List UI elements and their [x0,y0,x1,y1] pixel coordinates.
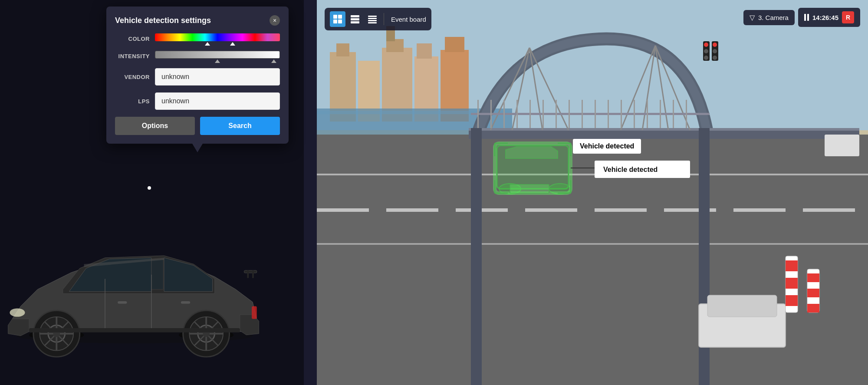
svg-rect-133 [351,21,359,23]
svg-rect-87 [634,100,635,128]
svg-rect-57 [733,208,786,212]
svg-rect-128 [338,15,342,19]
rec-badge: R [842,11,854,23]
camera-panel: Vehicle detected [317,0,868,385]
svg-text:Vehicle detected: Vehicle detected [603,166,658,173]
pause-bar-1 [804,14,806,21]
vendor-input[interactable] [155,68,280,86]
intensity-bar [155,51,280,59]
svg-rect-36 [29,328,240,332]
svg-rect-79 [529,100,531,128]
rows-icon [368,14,377,24]
svg-rect-131 [351,15,359,17]
svg-point-121 [704,49,708,53]
toolbar-grid-btn[interactable] [330,11,345,27]
svg-point-124 [713,43,717,47]
svg-rect-45 [417,43,432,59]
svg-rect-135 [368,18,377,19]
svg-rect-39 [336,43,349,56]
svg-rect-81 [556,100,557,128]
camera-info: ▽ 3. Camera 14:26:45 R [743,8,860,27]
color-marker-left[interactable] [205,42,210,46]
svg-rect-115 [807,273,819,282]
svg-rect-117 [807,304,819,313]
camera-toolbar: Event board [325,8,431,30]
svg-rect-113 [786,295,798,306]
toolbar-rows-btn[interactable] [365,11,380,27]
svg-rect-47 [445,37,464,52]
dialog-arrow [192,144,203,152]
camera-name-badge: ▽ 3. Camera [743,10,795,25]
svg-rect-63 [469,128,859,131]
svg-rect-130 [338,20,342,23]
intensity-slider[interactable] [155,51,280,61]
svg-rect-60 [317,243,868,245]
camera-name: 3. Camera [758,14,789,21]
toolbar-list-btn[interactable] [347,11,363,27]
intensity-marker-right[interactable] [271,59,276,63]
svg-rect-76 [490,100,492,128]
pause-icon[interactable] [804,14,809,21]
svg-rect-52 [386,208,438,212]
svg-rect-109 [707,295,777,317]
svg-rect-91 [686,100,687,128]
pause-bar-2 [807,14,809,21]
color-label: COLOR [115,36,150,42]
svg-point-125 [713,49,717,53]
svg-rect-116 [807,289,819,297]
svg-rect-89 [660,100,661,128]
svg-rect-137 [368,22,377,23]
camera-scene: Vehicle detected [317,0,868,385]
svg-rect-51 [317,208,369,212]
car-illustration [0,203,282,368]
svg-rect-58 [803,208,855,212]
color-marker-right[interactable] [230,42,235,46]
dialog-title: Vehicle detection settings [115,16,211,25]
close-button[interactable]: × [270,15,280,26]
svg-rect-132 [351,18,359,20]
vehicle-detection-dialog: Vehicle detection settings × COLOR INTEN… [106,7,289,144]
intensity-marker-left[interactable] [215,59,220,63]
svg-rect-86 [621,100,622,128]
svg-rect-77 [503,100,505,128]
svg-rect-33 [244,270,257,273]
svg-rect-90 [673,100,674,128]
svg-rect-82 [569,100,570,128]
filter-icon: ▽ [750,13,755,22]
time-badge: 14:26:45 R [798,8,860,27]
svg-rect-6 [252,306,257,319]
timestamp: 14:26:45 [812,14,838,21]
svg-rect-78 [516,100,518,128]
svg-rect-55 [595,208,647,212]
grid-icon [333,14,342,24]
svg-rect-75 [477,100,479,128]
svg-rect-64 [471,128,482,385]
search-button[interactable]: Search [200,117,280,135]
svg-rect-83 [582,100,583,128]
svg-point-122 [704,56,708,60]
svg-rect-80 [542,100,544,128]
svg-rect-127 [333,15,337,19]
color-row: COLOR [115,33,280,44]
intensity-label: INTENSITY [115,53,150,59]
svg-rect-136 [368,20,377,21]
svg-rect-54 [525,208,577,212]
svg-rect-118 [825,135,859,156]
event-board-label: Event board [391,16,426,23]
svg-rect-129 [333,20,337,23]
svg-rect-85 [608,100,609,128]
list-icon [350,14,360,24]
vendor-label: VENDOR [115,74,150,80]
dialog-header: Vehicle detection settings × [115,15,280,26]
svg-rect-88 [647,100,648,128]
svg-rect-8 [181,301,190,304]
color-slider[interactable] [155,33,280,44]
toolbar-separator [384,13,384,25]
svg-rect-112 [786,278,798,289]
svg-point-126 [713,56,717,60]
options-button[interactable]: Options [115,117,195,135]
lps-input[interactable] [155,92,280,110]
svg-rect-84 [595,100,596,128]
intensity-row: INTENSITY [115,51,280,61]
vehicle-detected-label: Vehicle detected [573,139,641,154]
